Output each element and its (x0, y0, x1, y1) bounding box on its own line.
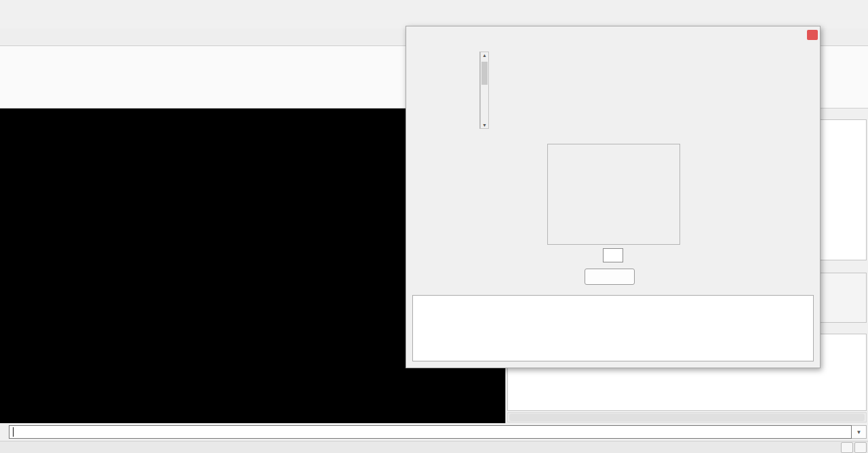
lightning-icon[interactable] (854, 442, 867, 453)
command-history-dropdown[interactable]: ▼ (852, 425, 867, 439)
restore-button[interactable] (808, 0, 838, 15)
nearby-distance-row (406, 248, 820, 262)
minimize-button[interactable] (778, 0, 808, 15)
table-vscrollbar[interactable]: ▲ ▼ (480, 52, 489, 129)
chimerax-window: ▲ ▼ ▼ (0, 0, 868, 453)
dialog-title-bar[interactable] (406, 26, 820, 44)
selection-mode-icon[interactable] (841, 442, 853, 453)
nearby-distance-input[interactable] (603, 248, 623, 262)
color-action-row (406, 269, 820, 285)
sequence-hscrollbar[interactable] (507, 412, 867, 422)
color-button[interactable] (585, 269, 635, 285)
citation-box (412, 295, 814, 361)
cavities-dialog: ▲ ▼ (406, 26, 821, 368)
close-button[interactable] (838, 0, 868, 15)
title-bar (0, 0, 868, 15)
text-caret (13, 427, 14, 437)
command-input[interactable] (9, 425, 852, 439)
command-bar: ▼ (0, 423, 868, 441)
status-bar (0, 441, 868, 453)
row-options-groupbox (547, 144, 680, 245)
dialog-close-button[interactable] (807, 30, 818, 40)
